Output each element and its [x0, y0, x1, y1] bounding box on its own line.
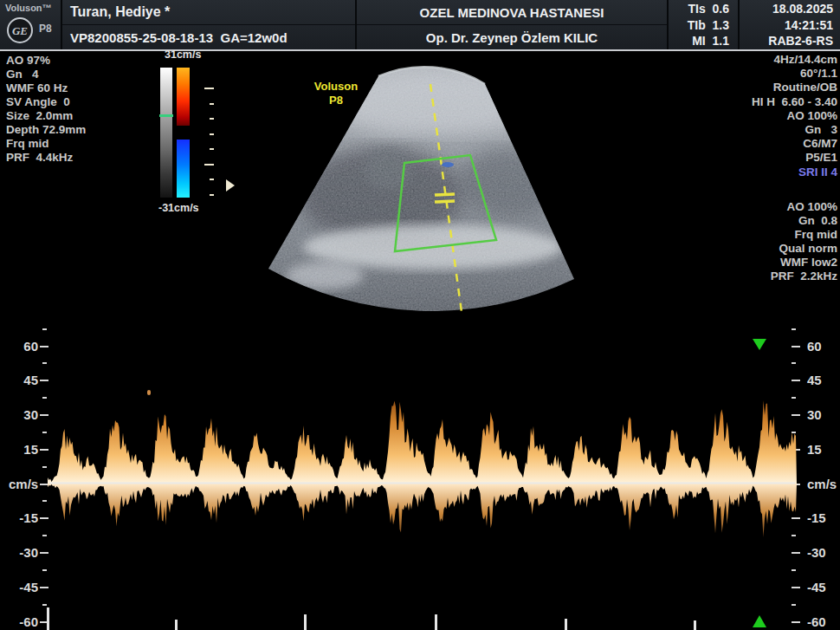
time-tick [304, 614, 307, 630]
param-line: AO 100% [771, 200, 837, 214]
axis-label-right: 45 [807, 373, 822, 387]
acoustic-index: TIs 0.6 [669, 1, 729, 17]
doppler-baseline [49, 483, 795, 484]
velocity-scale-max: 31cm/s [165, 49, 201, 61]
param-line: HI H 6.60 - 3.40 [752, 95, 837, 109]
axis-label-right: -15 [807, 510, 826, 525]
param-line: AO 100% [752, 109, 837, 123]
date-display: 18.08.2025 [740, 1, 833, 17]
param-line: PRF 4.4kHz [6, 151, 86, 165]
doppler-spectrum [48, 338, 797, 598]
pw-params-right: AO 100%Gn 0.8Frq midQual normWMF low2PRF… [771, 200, 837, 283]
ultrasound-screen: Voluson™ GE P8 Turan, Hediye * VP8200855… [0, 0, 840, 630]
brand-model: P8 [39, 23, 52, 35]
velocity-scale-min: -31cm/s [158, 202, 199, 214]
depth-tick [204, 88, 214, 89]
axis-label-left: 15 [9, 442, 38, 457]
probe-id: RAB2-6-RS [740, 33, 833, 49]
brand-section: Voluson™ GE P8 [0, 0, 61, 49]
time-display: 14:21:51 [740, 17, 833, 34]
operator-name: Op. Dr. Zeynep Özlem KILIC [357, 25, 667, 49]
depth-tick [210, 179, 214, 180]
axis-minor-tick-left [42, 362, 47, 364]
spectrum-artifact-dot [147, 390, 151, 395]
brand-name: Voluson™ [5, 3, 52, 13]
param-line: Frq mid [771, 228, 837, 242]
doppler-params-left: AO 97%Gn 4WMF 60 HzSV Angle 0Size 2.0mmD… [6, 54, 86, 165]
param-line: 4Hz/14.4cm [752, 53, 837, 67]
watermark-brand: Voluson [314, 80, 358, 93]
time-tick [47, 607, 49, 630]
bmode-image: Voluson P8 [251, 52, 598, 329]
bmode-params-right: 4Hz/14.4cm60°/1.1Routine/OBHI H 6.60 - 3… [752, 53, 837, 179]
axis-minor-tick-left [42, 569, 47, 571]
hospital-name: OZEL MEDINOVA HASTANESI [357, 0, 667, 25]
param-line: 60°/1.1 [752, 67, 837, 81]
param-line: Size 2.0mm [6, 109, 86, 123]
param-line: Gn 3 [752, 123, 837, 137]
axis-label-right: -60 [807, 614, 826, 629]
param-line: Routine/OB [752, 81, 837, 94]
color-velocity-bar-positive [177, 68, 190, 126]
sweep-marker-bottom-icon [753, 615, 766, 627]
ge-logo-icon: GE [5, 16, 35, 45]
axis-minor-tick-left [42, 535, 47, 536]
grayscale-marker [159, 114, 173, 117]
param-line: C6/M7 [752, 137, 837, 151]
param-line: Depth 72.9mm [6, 123, 86, 137]
sweep-marker-top-icon [753, 339, 766, 350]
axis-tick-right [792, 621, 800, 623]
param-line: SV Angle 0 [6, 95, 86, 109]
axis-minor-tick-right [792, 604, 796, 606]
header-divider [0, 49, 840, 51]
header-bar: Voluson™ GE P8 Turan, Hediye * VP8200855… [0, 0, 840, 49]
color-velocity-bar-negative [177, 140, 190, 198]
color-flow-speck [442, 162, 454, 167]
axis-label-right: 30 [807, 407, 822, 422]
axis-minor-tick-left [42, 328, 47, 330]
svg-text:GE: GE [12, 24, 28, 37]
depth-tick [210, 133, 214, 135]
time-tick [175, 620, 178, 630]
axis-label-left: cm/s [9, 477, 38, 491]
time-tick [435, 614, 437, 630]
axis-label-left: 45 [9, 373, 38, 387]
time-tick [694, 620, 696, 630]
hospital-section: OZEL MEDINOVA HASTANESI Op. Dr. Zeynep Ö… [355, 0, 667, 49]
param-line: Qual norm [771, 242, 837, 256]
param-line: PRF 2.2kHz [771, 270, 837, 283]
axis-label-left: -15 [9, 510, 38, 525]
acoustic-index: TIb 1.3 [669, 17, 729, 34]
axis-minor-tick-left [42, 432, 47, 433]
patient-section: Turan, Hediye * VP8200855-25-08-18-13 GA… [61, 0, 355, 49]
acoustic-index: MI 1.1 [669, 33, 729, 49]
datetime-section: 18.08.2025 14:21:51 RAB2-6-RS [738, 0, 840, 49]
axis-label-right: 60 [807, 339, 822, 354]
axis-label-left: 30 [9, 407, 38, 422]
axis-label-left: -45 [9, 580, 38, 594]
depth-tick [210, 118, 214, 120]
axis-label-left: -60 [9, 614, 38, 629]
axis-label-right: 15 [807, 442, 822, 457]
patient-name: Turan, Hediye * [62, 0, 355, 25]
param-line: WMF low2 [771, 256, 837, 270]
axis-minor-tick-right [792, 328, 796, 330]
grayscale-bar [160, 68, 172, 198]
axis-minor-tick-left [42, 604, 47, 606]
axis-minor-tick-left [42, 466, 47, 468]
depth-tick [210, 194, 214, 196]
axis-label-left: -30 [9, 545, 38, 560]
axis-label-right: -45 [807, 580, 826, 594]
focus-marker-icon [226, 179, 235, 192]
fan-sector [251, 52, 598, 329]
time-tick [565, 619, 567, 630]
depth-tick [210, 103, 214, 105]
param-line: P5/E1 [752, 151, 837, 165]
param-line: WMF 60 Hz [6, 81, 86, 95]
spectrum-envelope-above [48, 400, 797, 484]
param-line: SRI II 4 [752, 166, 837, 179]
axis-label-right: -30 [807, 545, 826, 560]
param-line: Gn 4 [6, 68, 86, 81]
axis-minor-tick-left [42, 500, 47, 502]
depth-tick [210, 148, 214, 150]
